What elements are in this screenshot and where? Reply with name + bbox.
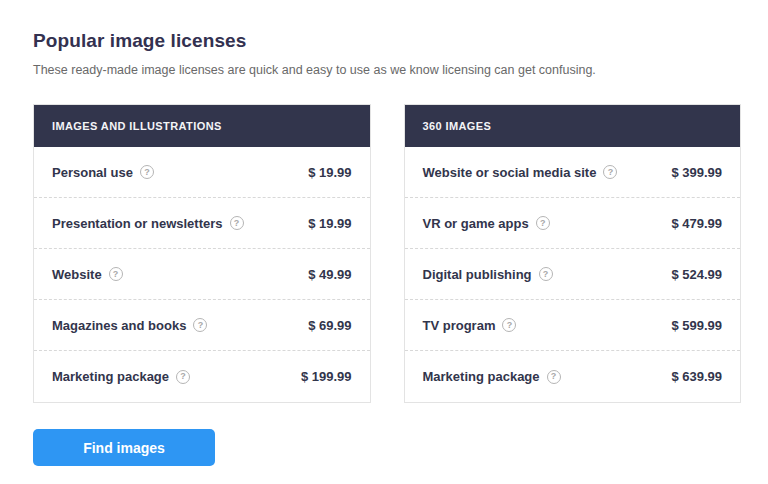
- license-price: $ 49.99: [308, 267, 351, 282]
- help-icon[interactable]: ?: [230, 216, 244, 230]
- help-icon[interactable]: ?: [140, 165, 154, 179]
- table-header: 360 IMAGES: [405, 105, 741, 147]
- table-row: Website or social media site ? $ 399.99: [405, 147, 741, 198]
- table-row: Website ? $ 49.99: [34, 249, 370, 300]
- license-price: $ 19.99: [308, 216, 351, 231]
- license-label: Website: [52, 267, 102, 282]
- page-subtitle: These ready-made image licenses are quic…: [33, 63, 741, 77]
- images-illustrations-table: IMAGES AND ILLUSTRATIONS Personal use ? …: [33, 104, 371, 403]
- license-label: Marketing package: [423, 369, 540, 384]
- table-row: Presentation or newsletters ? $ 19.99: [34, 198, 370, 249]
- help-icon[interactable]: ?: [536, 216, 550, 230]
- license-label: Website or social media site: [423, 165, 597, 180]
- table-row: Personal use ? $ 19.99: [34, 147, 370, 198]
- find-images-button[interactable]: Find images: [33, 429, 215, 466]
- 360-images-table: 360 IMAGES Website or social media site …: [404, 104, 742, 403]
- table-row: VR or game apps ? $ 479.99: [405, 198, 741, 249]
- help-icon[interactable]: ?: [547, 370, 561, 384]
- license-price: $ 639.99: [671, 369, 722, 384]
- table-row: Digital publishing ? $ 524.99: [405, 249, 741, 300]
- license-label: Digital publishing: [423, 267, 532, 282]
- license-label: Magazines and books: [52, 318, 186, 333]
- license-label: Marketing package: [52, 369, 169, 384]
- table-row: Marketing package ? $ 639.99: [405, 351, 741, 402]
- license-price: $ 199.99: [301, 369, 352, 384]
- license-price: $ 599.99: [671, 318, 722, 333]
- license-label: VR or game apps: [423, 216, 529, 231]
- table-row: TV program ? $ 599.99: [405, 300, 741, 351]
- help-icon[interactable]: ?: [176, 370, 190, 384]
- license-price: $ 524.99: [671, 267, 722, 282]
- license-price: $ 479.99: [671, 216, 722, 231]
- help-icon[interactable]: ?: [502, 318, 516, 332]
- license-label: Presentation or newsletters: [52, 216, 223, 231]
- license-price: $ 19.99: [308, 165, 351, 180]
- help-icon[interactable]: ?: [109, 267, 123, 281]
- license-label: Personal use: [52, 165, 133, 180]
- help-icon[interactable]: ?: [193, 318, 207, 332]
- license-price: $ 69.99: [308, 318, 351, 333]
- license-label: TV program: [423, 318, 496, 333]
- help-icon[interactable]: ?: [539, 267, 553, 281]
- license-price: $ 399.99: [671, 165, 722, 180]
- popular-licenses-section: Popular image licenses These ready-made …: [0, 0, 768, 466]
- table-header: IMAGES AND ILLUSTRATIONS: [34, 105, 370, 147]
- table-row: Marketing package ? $ 199.99: [34, 351, 370, 402]
- page-title: Popular image licenses: [33, 30, 741, 52]
- license-tables: IMAGES AND ILLUSTRATIONS Personal use ? …: [33, 104, 741, 403]
- help-icon[interactable]: ?: [603, 165, 617, 179]
- table-row: Magazines and books ? $ 69.99: [34, 300, 370, 351]
